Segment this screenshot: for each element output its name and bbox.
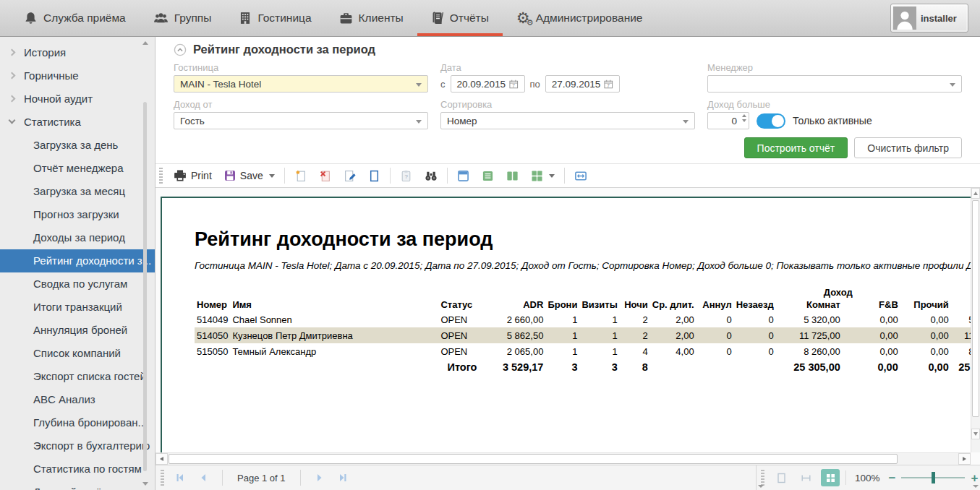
scroll-left-button[interactable] xyxy=(155,453,168,465)
book-icon xyxy=(431,12,444,25)
pagination: Page 1 of 1 xyxy=(155,468,353,487)
totals-cell: 3 529,17 xyxy=(479,359,545,375)
page-new-button[interactable] xyxy=(291,168,310,184)
floppy-icon xyxy=(224,170,236,181)
column-header: F&B xyxy=(843,298,900,311)
horizontal-scrollbar[interactable] xyxy=(155,452,971,465)
sidebar-item-income-for-period[interactable]: Доходы за период xyxy=(0,226,155,249)
hotel-select-value: MAIN - Tesla Hotel xyxy=(180,79,261,90)
collapse-panel-caret-icon[interactable] xyxy=(973,485,979,488)
view-multiple-pages-button[interactable] xyxy=(821,469,840,486)
sidebar-item-load-forecast[interactable]: Прогноз загрузки xyxy=(0,203,155,226)
table-row[interactable]: 515050Темный АлександрOPEN2 065,001144,0… xyxy=(195,343,971,359)
sidebar-scrollbar[interactable] xyxy=(141,40,149,487)
date-from-input[interactable]: 20.09.2015 7 xyxy=(451,75,525,93)
sidebar-item-statistics[interactable]: Статистика xyxy=(0,111,155,134)
totals-cell: 0,00 xyxy=(843,359,900,375)
view-two-pages-button[interactable] xyxy=(503,168,521,184)
report-table: ДоходНомерИмяСтатусADRБрониВизитыНочиСр.… xyxy=(195,285,971,375)
previous-page-button[interactable] xyxy=(193,468,212,487)
nav-item-clients[interactable]: Клиенты xyxy=(325,0,417,36)
date-to-input[interactable]: 27.09.2015 7 xyxy=(545,75,620,93)
view-single-blue-icon xyxy=(457,170,469,182)
user-menu-button[interactable]: installer xyxy=(890,4,968,33)
calendar-icon[interactable]: 7 xyxy=(509,79,519,89)
sidebar-item-housekeeping[interactable]: Горничные xyxy=(0,64,155,87)
sidebar-item-services-summary[interactable]: Сводка по услугам xyxy=(0,272,155,296)
hotel-select[interactable]: MAIN - Tesla Hotel xyxy=(174,75,428,93)
page-delete-button[interactable] xyxy=(316,168,334,184)
sidebar-item-company-list[interactable]: Список компаний xyxy=(0,342,155,365)
clipboard-button[interactable]: ? xyxy=(397,168,415,184)
collapse-panel-icon[interactable] xyxy=(174,43,187,56)
sidebar-item-abc-analysis[interactable]: ABC Анализ xyxy=(0,388,155,411)
calendar-icon[interactable]: 7 xyxy=(604,79,613,89)
sidebar-item-load-per-month[interactable]: Загрузка за месяц xyxy=(0,180,155,203)
fit-page-width-button[interactable] xyxy=(796,469,815,486)
build-report-button[interactable]: Построить отчёт xyxy=(744,137,848,158)
next-page-button[interactable] xyxy=(311,468,330,487)
sidebar-item-profit-rating[interactable]: Рейтинг доходности з... xyxy=(0,249,155,272)
vertical-scrollbar[interactable] xyxy=(971,188,980,452)
zoom-slider[interactable] xyxy=(901,472,965,483)
sidebar-item-history[interactable]: История xyxy=(0,41,155,64)
table-cell: 2,00 xyxy=(650,327,696,343)
find-button[interactable] xyxy=(422,168,440,184)
pager-drag-handle[interactable] xyxy=(161,470,164,486)
print-button[interactable]: Print xyxy=(171,168,215,184)
totals-cell: 25 305,00 xyxy=(951,359,971,375)
view-single-page-button[interactable] xyxy=(772,469,791,486)
clear-filter-button[interactable]: Очистить фильтр xyxy=(854,137,962,158)
number-spinner[interactable] xyxy=(742,114,746,122)
zoom-in-button[interactable]: + xyxy=(971,472,978,484)
sidebar-item-transaction-totals[interactable]: Итоги транзакций xyxy=(0,296,155,319)
horizontal-scroll-thumb[interactable] xyxy=(169,454,898,464)
sidebar-item-booking-depth[interactable]: Глубина бронирован... xyxy=(0,411,155,434)
page-edit-button[interactable] xyxy=(341,168,359,184)
report-title: Рейтинг доходности за период xyxy=(195,228,971,251)
table-row[interactable]: 514049Chael SonnenOPEN2 660,001122,00005… xyxy=(195,311,971,327)
first-page-button[interactable] xyxy=(170,468,189,487)
sidebar-item-night-audit[interactable]: Ночной аудит xyxy=(0,87,155,111)
nav-item-administration[interactable]: ⚙⚙Администрирование xyxy=(503,0,657,36)
sidebar-item-label: Статистика по гостям xyxy=(33,463,142,475)
zoom-out-button[interactable]: − xyxy=(889,472,896,484)
scroll-up-button[interactable] xyxy=(971,188,980,199)
sidebar-item-accounting-export[interactable]: Экспорт в бухгалтерию xyxy=(0,434,155,457)
page-setup-button[interactable] xyxy=(365,168,383,184)
income-more-input[interactable]: 0 xyxy=(707,112,749,129)
toolbar-drag-handle[interactable] xyxy=(159,168,163,184)
nav-item-groups[interactable]: Группы xyxy=(140,0,226,36)
scroll-right-button[interactable] xyxy=(958,453,971,465)
vertical-scroll-thumb[interactable] xyxy=(972,200,979,417)
view-multi-pages-button[interactable] xyxy=(528,168,558,184)
sidebar-item-load-per-day[interactable]: Загрузка за день xyxy=(0,134,155,157)
collapse-panel-caret-icon[interactable] xyxy=(758,485,764,488)
sidebar-item-cancellations[interactable]: Аннуляция броней xyxy=(0,319,155,342)
sidebar-item-clipped-item[interactable]: Дневной отчёт xyxy=(0,481,155,490)
zoom-slider-thumb[interactable] xyxy=(932,472,935,483)
only-active-toggle[interactable] xyxy=(757,113,785,129)
view-single-blue-button[interactable] xyxy=(454,168,472,184)
nav-item-reception[interactable]: Служба приёма xyxy=(10,0,140,36)
sorting-select[interactable]: Номер xyxy=(440,112,695,129)
nav-item-hotel[interactable]: Гостиница xyxy=(225,0,325,36)
sidebar-item-guest-list-export[interactable]: Экспорт списка гостей xyxy=(0,365,155,388)
scroll-down-icon[interactable] xyxy=(142,482,148,486)
sidebar-scroll-thumb[interactable] xyxy=(143,102,147,471)
save-button[interactable]: Save xyxy=(221,168,278,183)
view-single-green-button[interactable] xyxy=(479,168,497,184)
table-row[interactable]: 514050Кузнецов Петр ДмитриевнаOPEN5 862,… xyxy=(195,327,971,343)
sidebar-item-manager-report[interactable]: Отчёт менеджера xyxy=(0,157,155,180)
fit-width-button[interactable] xyxy=(571,168,590,184)
scroll-up-icon[interactable] xyxy=(142,41,148,45)
manager-select[interactable] xyxy=(707,75,962,93)
zoom-drag-handle[interactable] xyxy=(761,470,764,486)
income-from-select[interactable]: Гость xyxy=(174,112,428,129)
sidebar-item-guest-statistics[interactable]: Статистика по гостям xyxy=(0,457,155,481)
page-new-icon xyxy=(294,170,307,182)
table-cell: 2 xyxy=(620,311,650,327)
last-page-button[interactable] xyxy=(334,468,353,487)
scroll-down-button[interactable] xyxy=(971,429,980,439)
nav-item-reports[interactable]: Отчёты xyxy=(417,0,503,36)
